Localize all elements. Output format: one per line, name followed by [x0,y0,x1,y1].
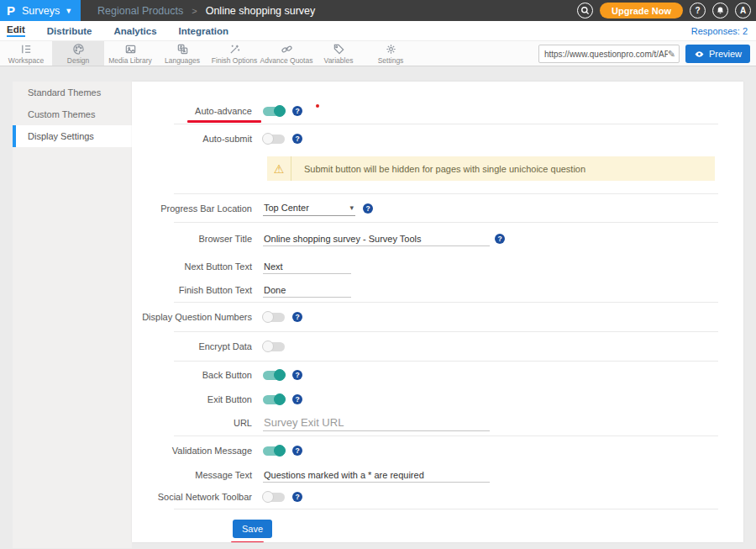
toolbar-item-languages[interactable]: Languages [156,41,208,66]
themes-sidebar: Standard Themes Custom Themes Display Se… [13,82,132,548]
exit-button-help-icon[interactable]: ? [292,394,302,404]
breadcrumb-separator-icon: > [192,6,197,16]
encrypt-data-toggle[interactable] [263,342,285,351]
exit-button-toggle[interactable] [263,395,285,404]
notifications-bell-icon[interactable] [712,3,728,18]
next-button-text-input[interactable] [263,260,351,274]
auto-submit-row: Auto-submit ? [132,124,743,153]
exit-button-label: Exit Button [132,394,260,404]
toolbar-item-finish-options[interactable]: Finish Options [208,41,260,66]
image-icon [124,43,137,55]
social-network-toolbar-toggle[interactable] [263,493,285,502]
sidebar-item-display-settings[interactable]: Display Settings [13,125,132,147]
survey-url-box: ✎ [538,45,680,63]
message-text-row: Message Text [132,465,743,485]
display-question-numbers-label: Display Question Numbers [132,312,260,322]
toolbar-item-advance-quotas[interactable]: Advance Quotas [260,41,312,66]
help-icon[interactable]: ? [690,3,706,18]
browser-title-input[interactable] [263,232,490,246]
workspace-icon [20,43,33,55]
tab-analytics[interactable]: Analytics [113,26,156,36]
auto-submit-warning: ⚠ Submit button will be hidden for pages… [267,156,715,181]
validation-message-label: Validation Message [132,446,260,456]
tab-edit[interactable]: Edit [7,24,25,37]
display-question-numbers-row: Display Question Numbers ? [132,303,743,331]
validation-message-toggle[interactable] [263,446,285,456]
back-button-label: Back Button [132,370,260,380]
chevron-down-icon: ▼ [65,7,72,15]
back-button-toggle[interactable] [263,371,285,380]
auto-submit-toggle[interactable] [263,135,285,144]
message-text-label: Message Text [132,470,260,480]
search-icon[interactable] [577,3,593,18]
display-question-numbers-help-icon[interactable]: ? [292,312,302,322]
translate-icon [176,43,189,55]
next-button-text-label: Next Button Text [132,261,260,272]
toolbar-item-workspace[interactable]: Workspace [0,41,52,66]
warning-triangle-icon: ⚠ [267,156,291,181]
finish-button-text-input[interactable] [263,283,351,298]
breadcrumb-current: Online shopping survey [206,5,316,17]
annotation-red-dot [316,104,319,108]
avatar[interactable]: A [735,3,751,18]
toolbar-item-design[interactable]: Design [52,41,104,66]
save-button[interactable]: Save [233,520,272,538]
warning-text: Submit button will be hidden for pages w… [291,156,585,181]
next-button-text-row: Next Button Text [132,255,743,278]
sidebar-item-standard-themes[interactable]: Standard Themes [13,82,132,103]
social-network-toolbar-label: Social Network Toolbar [132,492,260,502]
progress-bar-location-label: Progress Bar Location [132,203,260,214]
survey-url-input[interactable] [544,50,668,59]
finish-button-text-label: Finish Button Text [132,285,260,295]
topbar: P Surveys ▼ Regional Products > Online s… [0,0,756,21]
message-text-input[interactable] [263,468,490,483]
auto-advance-toggle[interactable] [263,107,285,116]
breadcrumb: Regional Products > Online shopping surv… [81,0,315,21]
progress-bar-help-icon[interactable]: ? [363,203,373,214]
auto-submit-label: Auto-submit [132,134,260,144]
exit-button-row: Exit Button ? [132,388,743,410]
chevron-down-icon: ▾ [349,203,354,212]
sidebar-item-custom-themes[interactable]: Custom Themes [13,103,132,125]
progress-bar-location-select[interactable]: Top Center ▾ [263,201,355,216]
annotation-underline-save [231,541,264,542]
tab-integration[interactable]: Integration [179,26,228,36]
toolbar-item-variables[interactable]: Variables [312,41,365,66]
annotation-underline-auto-advance [187,120,261,123]
survey-nav: Edit Distribute Analytics Integration Re… [0,21,756,40]
auto-advance-help-icon[interactable]: ? [292,106,302,116]
tab-distribute[interactable]: Distribute [47,26,92,36]
exit-url-label: URL [132,418,260,428]
display-question-numbers-toggle[interactable] [263,313,285,322]
toolbar-item-settings[interactable]: Settings [365,41,417,66]
responses-count[interactable]: Responses: 2 [691,26,748,36]
design-toolbar: Workspace Design Media Library Languages… [0,40,756,66]
finish-button-text-row: Finish Button Text [132,278,743,302]
edit-url-pencil-icon[interactable]: ✎ [668,49,675,60]
palette-icon [72,43,85,55]
social-network-toolbar-help-icon[interactable]: ? [292,492,302,502]
encrypt-data-label: Encrypt Data [132,341,260,351]
exit-url-input[interactable] [263,414,490,431]
display-settings-panel: Auto-advance ? Auto-submit ? ⚠ Submit bu… [132,82,743,542]
save-row: Save [132,509,743,538]
auto-submit-help-icon[interactable]: ? [292,134,302,144]
progress-bar-location-value: Top Center [264,203,309,213]
tag-icon [333,43,345,55]
auto-advance-row: Auto-advance ? [132,98,743,124]
back-button-help-icon[interactable]: ? [292,370,302,380]
browser-title-row: Browser Title ? [132,223,743,255]
product-name: Surveys [22,5,60,17]
auto-advance-label: Auto-advance [132,106,260,116]
browser-title-help-icon[interactable]: ? [495,234,505,244]
toolbar-item-media-library[interactable]: Media Library [104,41,156,66]
upgrade-now-button[interactable]: Upgrade Now [600,3,683,18]
design-settings-page: Standard Themes Custom Themes Display Se… [0,66,756,548]
validation-message-help-icon[interactable]: ? [292,446,302,456]
validation-message-row: Validation Message ? [132,436,743,465]
browser-title-label: Browser Title [132,234,260,244]
breadcrumb-parent[interactable]: Regional Products [97,5,183,17]
brand-menu[interactable]: P Surveys ▼ [0,0,81,21]
preview-button[interactable]: Preview [685,45,750,63]
progress-bar-location-row: Progress Bar Location Top Center ▾ ? [132,194,743,222]
